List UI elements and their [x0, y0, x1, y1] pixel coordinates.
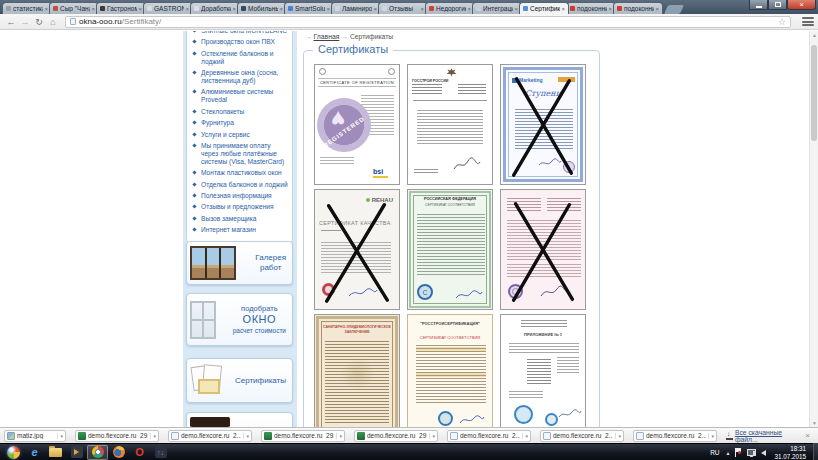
tab-close-icon[interactable]: × — [185, 6, 189, 12]
sidebar-menu-link[interactable]: Мы принимаем оплату через любые платёжны… — [192, 142, 289, 166]
tab-close-icon[interactable]: × — [514, 6, 518, 12]
download-item[interactable]: demo.flexcore.ru_29....csv — [261, 430, 345, 442]
download-item[interactable]: demo.flexcore.ru_29....csv — [75, 430, 159, 442]
download-caret-icon[interactable] — [57, 433, 63, 439]
refresh-icon[interactable]: ↻ — [32, 17, 46, 27]
sidebar-menu-link[interactable]: Фурнитура — [192, 119, 289, 127]
tab-close-icon[interactable]: × — [279, 6, 283, 12]
download-caret-icon[interactable] — [708, 433, 714, 439]
download-item[interactable]: demo.flexcore.ru_2...html — [540, 430, 624, 442]
tab-close-icon[interactable]: × — [44, 6, 48, 12]
browser-tab[interactable]: SmartSoluti × — [284, 2, 334, 14]
sidebar-menu-link[interactable]: Полезная информация — [192, 192, 289, 200]
download-caret-icon[interactable] — [429, 433, 435, 439]
sidebar-menu-link[interactable]: Отделка балконов и лоджий — [192, 181, 289, 189]
taskbar-file-explorer[interactable] — [45, 445, 66, 460]
browser-tab[interactable]: GASTRONOMI × — [143, 2, 193, 14]
taskbar-download-manager[interactable]: ↑↓ — [150, 445, 171, 460]
download-item[interactable]: demo.flexcore.ru_2...html — [168, 430, 252, 442]
certificate-thumb-marketing[interactable]: Marketing Ступени — [500, 64, 586, 185]
certificate-thumb-green[interactable]: РОССИЙСКАЯ ФЕДЕРАЦИЯ СЕРТИФИКАТ СООТВЕТС… — [407, 189, 493, 310]
tab-close-icon[interactable]: × — [138, 6, 142, 12]
breadcrumb-home-link[interactable]: Главная — [314, 33, 340, 40]
sidebar-menu-link[interactable]: Вызов замерщика — [192, 215, 289, 223]
taskbar-media-player[interactable] — [66, 445, 87, 460]
browser-tab[interactable]: Интеграции × — [472, 2, 522, 14]
browser-tab[interactable]: подоконни × — [613, 2, 663, 14]
sidebar-menu-link[interactable]: Интернет магазин — [192, 226, 289, 234]
browser-menu-icon[interactable] — [802, 17, 814, 26]
back-icon[interactable]: ← — [4, 17, 18, 27]
tray-clock[interactable]: 18:31 31.07.2015 — [774, 445, 806, 460]
widget-gallery[interactable]: Галерея работ — [186, 241, 293, 285]
browser-tab[interactable]: Мобильный × — [237, 2, 287, 14]
sidebar-menu-link[interactable]: Остекление балконов и лоджий — [192, 50, 289, 66]
download-item[interactable]: demo.flexcore.ru_2...html — [633, 430, 717, 442]
sidebar-menu-link[interactable]: Деревянные окна (сосна, лиственница дуб) — [192, 69, 289, 85]
tab-close-icon[interactable]: × — [232, 6, 236, 12]
sidebar-menu-link[interactable]: Монтаж пластиковых окон — [192, 169, 289, 177]
hidden-icons-arrow-icon[interactable]: ▲ — [726, 450, 731, 456]
scrollbar-thumb[interactable] — [811, 45, 817, 141]
address-bar[interactable]: okna-ooo.ru /Sertifikaty/ ☆ — [65, 16, 791, 28]
show-all-downloads-link[interactable]: Все скачанные файл... — [735, 429, 795, 443]
sidebar-menu-link[interactable]: Алюминиевые системы Provedal — [192, 88, 289, 104]
tab-close-icon[interactable]: × — [561, 6, 565, 12]
tab-close-icon[interactable]: × — [91, 6, 95, 12]
browser-tab[interactable]: подоконни × — [566, 2, 616, 14]
close-button[interactable]: × — [787, 0, 816, 10]
language-indicator[interactable]: RU — [710, 449, 719, 456]
download-item[interactable]: matiz.jpg — [4, 430, 66, 442]
new-tab-button[interactable] — [664, 5, 684, 14]
bookmark-star-icon[interactable]: ☆ — [778, 17, 786, 27]
download-item[interactable]: demo.flexcore.ru_29....csv — [354, 430, 438, 442]
sidebar-menu-link[interactable]: Отзывы и предложения — [192, 203, 289, 211]
tab-close-icon[interactable]: × — [467, 6, 471, 12]
browser-tab[interactable]: Сыр "Чанах" × — [49, 2, 99, 14]
taskbar-opera[interactable]: O — [129, 445, 150, 460]
widget-certificates[interactable]: Сертификаты — [186, 358, 293, 403]
maximize-button[interactable] — [768, 0, 787, 10]
download-caret-icon[interactable] — [336, 433, 342, 439]
tab-close-icon[interactable]: × — [420, 6, 424, 12]
taskbar-chrome[interactable] — [87, 445, 108, 460]
sidebar-menu-link[interactable]: Производство окон ПВХ — [192, 38, 289, 46]
download-caret-icon[interactable] — [615, 433, 621, 439]
browser-tab[interactable]: Недорогие × — [425, 2, 475, 14]
tab-close-icon[interactable]: × — [655, 6, 659, 12]
sidebar-menu-link[interactable]: Стеклопакеты — [192, 108, 289, 116]
certificate-thumb-rosstroy[interactable]: "РОССТРОЙСЕРТИФИКАЦИЯ" СЕРТИФИКАТ СООТВЕ… — [407, 314, 493, 427]
page-scrollbar[interactable]: ▲ ▼ — [809, 31, 818, 427]
home-icon[interactable]: ⌂ — [46, 17, 60, 27]
certificate-thumb-gosstroy-letter[interactable]: ГОССТРОЙ РОССИИ — [407, 64, 493, 185]
download-caret-icon[interactable] — [150, 433, 156, 439]
taskbar-firefox[interactable] — [108, 445, 129, 460]
browser-tab[interactable]: Гастрономи × — [96, 2, 146, 14]
certificate-thumb-rehau[interactable]: REHAU СЕРТИФИКАТ КАЧЕСТВА — [314, 189, 400, 310]
scroll-down-icon[interactable]: ▼ — [810, 420, 818, 426]
download-item[interactable]: demo.flexcore.ru_2...html — [447, 430, 531, 442]
browser-tab[interactable]: Ламиниров × — [331, 2, 381, 14]
show-desktop-button[interactable] — [813, 443, 818, 460]
action-center-flag-icon[interactable] — [735, 448, 742, 457]
browser-tab[interactable]: статистика × — [2, 2, 52, 14]
certificate-thumb-bsi[interactable]: CERTIFICATE OF REGISTRATION ♥ REGISTERED… — [314, 64, 400, 185]
browser-tab[interactable]: Доработки × — [190, 2, 240, 14]
browser-tab[interactable]: Сертификат × — [519, 2, 569, 14]
forward-icon[interactable]: → — [18, 17, 32, 27]
start-button[interactable] — [3, 445, 24, 460]
downloads-bar-close-icon[interactable]: × — [805, 431, 810, 440]
tab-close-icon[interactable]: × — [326, 6, 330, 12]
tab-close-icon[interactable]: × — [608, 6, 612, 12]
widget-window-calculator[interactable]: подобрать ОКНО расчет стоимости — [186, 293, 293, 346]
tab-close-icon[interactable]: × — [373, 6, 377, 12]
certificate-thumb-appendix[interactable]: ПРИЛОЖЕНИЕ № 1 — [500, 314, 586, 427]
speaker-icon[interactable] — [761, 450, 766, 456]
download-caret-icon[interactable] — [243, 433, 249, 439]
sidebar-menu-link[interactable]: Услуги и сервис — [192, 131, 289, 139]
browser-tab[interactable]: Отзывы × — [378, 2, 428, 14]
taskbar-internet-explorer[interactable]: e — [24, 445, 45, 460]
certificate-thumb-pink[interactable] — [500, 189, 586, 310]
scroll-up-icon[interactable]: ▲ — [810, 32, 818, 38]
widget-online-consultant[interactable]: ONLINE — [186, 412, 293, 427]
